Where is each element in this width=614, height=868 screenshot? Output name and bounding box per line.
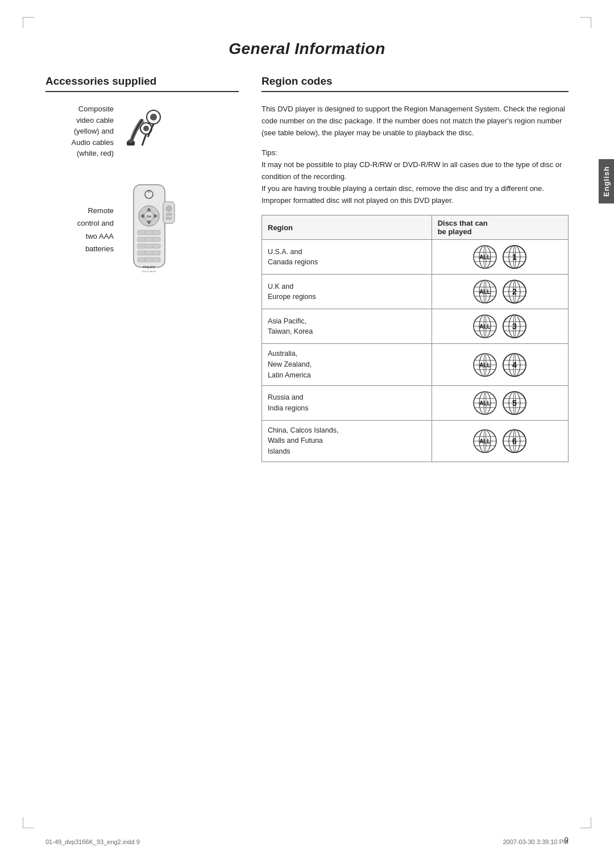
tips-section: Tips: It may not be possible to play CD-…: [262, 147, 569, 206]
svg-text:OK: OK: [147, 215, 152, 218]
svg-text:5: 5: [512, 398, 517, 408]
svg-rect-32: [152, 258, 160, 262]
left-column: Accessories supplied Compositevideo cabl…: [45, 75, 239, 462]
page-title: General Information: [45, 40, 569, 58]
svg-rect-25: [145, 244, 153, 248]
corner-mark-tl: [23, 17, 34, 28]
globe-all-icon: ALL: [472, 244, 497, 269]
discs-cell: ALL5: [432, 385, 568, 420]
tips-text-2: If you are having trouble playing a cert…: [262, 184, 544, 205]
svg-text:ALL: ALL: [480, 289, 491, 295]
svg-rect-19: [145, 230, 153, 235]
region-number-icon: 1: [502, 244, 527, 269]
tips-title: Tips:: [262, 148, 277, 157]
svg-rect-35: [163, 202, 175, 223]
svg-text:1: 1: [512, 252, 517, 261]
discs-cell: ALL6: [432, 420, 568, 462]
cable-label: Compositevideo cable(yellow) andAudio ca…: [51, 103, 114, 159]
svg-rect-22: [145, 237, 153, 242]
svg-text:ALL: ALL: [480, 254, 491, 260]
globe-all-icon: ALL: [472, 314, 497, 339]
discs-cell: ALL1: [432, 240, 568, 275]
svg-line-5: [142, 134, 146, 146]
svg-point-1: [150, 114, 157, 121]
region-cell: U.S.A. andCanada regions: [262, 240, 432, 275]
table-row: Russia andIndia regionsALL5: [262, 385, 569, 420]
cable-accessory: Compositevideo cable(yellow) andAudio ca…: [51, 103, 239, 159]
svg-text:ALL: ALL: [480, 400, 491, 406]
region-cell: Australia,New Zealand,Latin America: [262, 344, 432, 385]
col-discs-header: Discs that canbe played: [432, 215, 568, 240]
svg-rect-31: [145, 258, 153, 262]
svg-point-7: [128, 139, 134, 143]
accessories-header: Accessories supplied: [45, 75, 239, 92]
right-column: Region codes This DVD player is designed…: [262, 75, 569, 462]
svg-text:2: 2: [512, 287, 517, 296]
page-number: 9: [565, 836, 569, 844]
remote-icon: OK: [122, 182, 179, 279]
remote-label: Remotecontrol andtwo AAAbatteries: [51, 205, 114, 255]
svg-rect-18: [138, 230, 146, 235]
table-row: U.K andEurope regionsALL2: [262, 275, 569, 309]
svg-rect-37: [166, 213, 172, 215]
globe-all-icon: ALL: [472, 429, 497, 454]
svg-point-36: [166, 206, 172, 211]
main-content: Accessories supplied Compositevideo cabl…: [45, 75, 569, 462]
region-number-icon: 5: [502, 391, 527, 416]
english-tab: English: [599, 159, 614, 203]
table-row: China, Calcos Islands,Walls and FutunaIs…: [262, 420, 569, 462]
region-cell: Russia andIndia regions: [262, 385, 432, 420]
corner-mark-br: [580, 817, 591, 828]
svg-rect-20: [152, 230, 160, 235]
svg-text:3: 3: [512, 322, 517, 331]
region-number-icon: 2: [502, 279, 527, 304]
svg-text:4: 4: [512, 360, 517, 369]
svg-text:ALL: ALL: [480, 362, 491, 368]
svg-text:6: 6: [512, 437, 517, 446]
discs-cell: ALL4: [432, 344, 568, 385]
page-container: English General Information Accessories …: [0, 0, 614, 868]
region-number-icon: 3: [502, 314, 527, 339]
svg-rect-38: [166, 217, 172, 219]
globe-all-icon: ALL: [472, 391, 497, 416]
svg-rect-28: [145, 251, 153, 255]
region-cell: China, Calcos Islands,Walls and FutunaIs…: [262, 420, 432, 462]
discs-cell: ALL2: [432, 275, 568, 309]
svg-point-4: [143, 126, 149, 131]
svg-text:ALL: ALL: [480, 438, 491, 445]
footer-date: 2007-03-30 3:39:10 PM: [503, 838, 569, 845]
svg-rect-29: [152, 251, 160, 255]
table-row: U.S.A. andCanada regionsALL1: [262, 240, 569, 275]
table-row: Asia Pacific,Taiwan, KoreaALL3: [262, 309, 569, 344]
svg-text:DVD PLAYER: DVD PLAYER: [142, 270, 156, 273]
page-footer: 01-49_dvp3166K_93_eng2.indd 9 2007-03-30…: [45, 838, 569, 845]
region-cell: U.K andEurope regions: [262, 275, 432, 309]
svg-text:ALL: ALL: [480, 323, 491, 330]
region-number-icon: 4: [502, 352, 527, 377]
globe-all-icon: ALL: [472, 279, 497, 304]
svg-rect-21: [138, 237, 146, 242]
table-row: Australia,New Zealand,Latin AmericaALL4: [262, 344, 569, 385]
tips-text: It may not be possible to play CD-R/RW o…: [262, 160, 562, 181]
col-region-header: Region: [262, 215, 432, 240]
footer-filename: 01-49_dvp3166K_93_eng2.indd 9: [45, 838, 140, 845]
remote-accessory: Remotecontrol andtwo AAAbatteries: [51, 182, 239, 279]
svg-rect-30: [138, 258, 146, 262]
region-description: This DVD player is designed to support t…: [262, 103, 569, 139]
globe-all-icon: ALL: [472, 352, 497, 377]
region-number-icon: 6: [502, 429, 527, 454]
svg-rect-27: [138, 251, 146, 255]
region-table: Region Discs that canbe played U.S.A. an…: [262, 215, 569, 462]
svg-text:PHILIPS: PHILIPS: [143, 265, 155, 269]
svg-rect-26: [152, 244, 160, 248]
discs-cell: ALL3: [432, 309, 568, 344]
corner-mark-tr: [580, 17, 591, 28]
region-cell: Asia Pacific,Taiwan, Korea: [262, 309, 432, 344]
svg-rect-23: [152, 237, 160, 242]
corner-mark-bl: [23, 817, 34, 828]
region-codes-header: Region codes: [262, 75, 569, 92]
cable-icon: [122, 109, 165, 154]
svg-rect-24: [138, 244, 146, 248]
